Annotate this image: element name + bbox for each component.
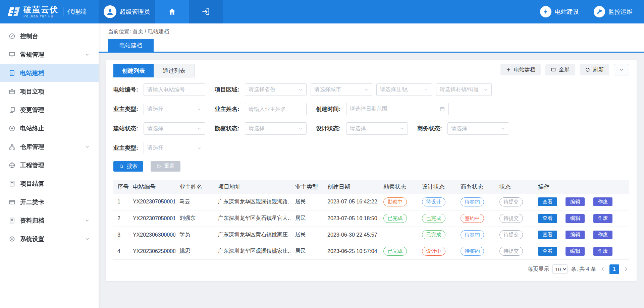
prev-page-button[interactable] [599, 266, 606, 272]
cell-actions: 查看 编辑 作废 [534, 210, 629, 227]
user-menu[interactable]: 超级管理员 [99, 0, 155, 23]
sidebar-item-warehouse-mgmt[interactable]: 仓库管理 [0, 137, 99, 156]
cell-survey-status: 已完成 [379, 243, 418, 259]
sidebar-item-change-mgmt[interactable]: 变更管理 [0, 101, 99, 119]
sidebar-item-label: 项目立项 [20, 87, 44, 96]
user-name: 超级管理员 [120, 8, 150, 16]
search-button[interactable]: 搜索 [113, 161, 143, 172]
county-select[interactable]: 请选择县/区 [376, 83, 432, 96]
sidebar-item-engineering-mgmt[interactable]: 工程管理 [0, 156, 99, 174]
edit-button[interactable]: 编辑 [566, 197, 585, 206]
cell-owner-name: 刘强东 [175, 210, 214, 227]
tab-create-list[interactable]: 创建列表 [113, 64, 154, 77]
col-owner-name: 业主姓名 [175, 180, 214, 194]
owner-name-input[interactable] [245, 103, 307, 115]
chevron-right-icon [623, 266, 629, 272]
chevron-down-icon [85, 236, 90, 242]
owner-type-2-select[interactable]: 请选择 [144, 142, 205, 154]
collapse-toolbar-button[interactable] [614, 64, 629, 75]
edit-button[interactable]: 编辑 [566, 247, 585, 256]
col-station-code: 电站编号 [129, 180, 175, 194]
table-header-row: 序号 电站编号 业主姓名 项目地址 业主类型 创建日期 勘察状态 设计状态 商务… [113, 180, 629, 194]
per-page-select[interactable]: 10 [552, 264, 568, 274]
create-time-range-picker[interactable]: 请选择日期范围 [346, 103, 449, 115]
cell-owner-name: 马云 [175, 194, 214, 210]
cell-status: 待提交 [495, 243, 534, 259]
add-station-button[interactable]: 电站建档 [500, 64, 541, 75]
void-button[interactable]: 作废 [593, 197, 612, 206]
city-select[interactable]: 请选择城市 [311, 83, 372, 96]
cell-status: 待提交 [495, 227, 534, 243]
tab-passed-list[interactable]: 通过列表 [154, 64, 195, 77]
next-page-button[interactable] [623, 266, 629, 272]
table-row: 1 YX2023070500011 马云 广东深圳龙华区观澜镇观湖路... 居民… [113, 194, 629, 210]
refresh-button[interactable]: 刷新 [580, 64, 609, 75]
sidebar-item-station-terminate[interactable]: 电站终止 [0, 119, 99, 137]
brand-divider [63, 7, 63, 16]
edit-button[interactable]: 编辑 [566, 214, 585, 223]
void-button[interactable]: 作废 [593, 247, 612, 256]
sidebar-item-console[interactable]: 控制台 [0, 27, 99, 45]
per-page-label: 每页显示 [528, 266, 549, 273]
card-icon [9, 199, 15, 205]
business-status-select[interactable]: 请选择 [447, 122, 509, 135]
survey-status-select[interactable]: 请选择 [245, 122, 307, 135]
design-status-select[interactable]: 请选择 [346, 122, 408, 135]
sidebar-item-general-mgmt[interactable]: 常规管理 [0, 45, 99, 64]
sidebar-item-type2-card[interactable]: 开二类卡 [0, 193, 99, 211]
cell-project-address: 广东深圳龙华区黄石镇姚家庄... [214, 227, 291, 243]
nav-station-build[interactable]: 电站建设 [540, 6, 579, 17]
sidebar-item-system-settings[interactable]: 系统设置 [0, 230, 99, 248]
card-head: 创建列表 通过列表 电站建档 全屏 刷新 [113, 63, 629, 77]
sidebar-item-label: 开二类卡 [20, 198, 44, 206]
design-status-badge: 已完成 [422, 230, 445, 239]
sidebar-item-project-approval[interactable]: 项目立项 [0, 82, 99, 101]
owner-type-select[interactable]: 请选择 [144, 103, 205, 115]
main-content: 当前位置: 首页 / 电站建档 电站建档 创建列表 通过列表 电站建档 全屏 [99, 23, 644, 308]
cell-actions: 查看 编辑 作废 [534, 194, 629, 210]
page-number[interactable]: 1 [609, 264, 619, 274]
nav-monitor-ops[interactable]: 监控运维 [594, 6, 633, 17]
logout-button[interactable] [189, 0, 223, 23]
reset-button[interactable]: 重置 [151, 161, 180, 172]
page-tab-station-filing[interactable]: 电站建档 [108, 39, 154, 52]
view-button[interactable]: 查看 [538, 214, 557, 223]
cell-index: 2 [113, 210, 129, 227]
build-status-select[interactable]: 请选择 [144, 122, 205, 135]
province-select[interactable]: 请选择省份 [245, 83, 307, 96]
chevron-down-icon [399, 126, 404, 131]
business-status-badge: 签约中 [461, 214, 484, 223]
home-button[interactable] [155, 0, 189, 23]
cell-owner-name: 姚思 [175, 243, 214, 259]
void-button[interactable]: 作废 [593, 214, 612, 223]
avatar [104, 5, 116, 18]
view-button[interactable]: 查看 [538, 247, 557, 256]
chevron-down-icon [197, 107, 202, 112]
cell-create-date: 2023-07-05 16:18:50 [323, 210, 379, 227]
view-button[interactable]: 查看 [538, 197, 557, 206]
cell-owner-type: 居民 [291, 227, 323, 243]
cell-survey-status: 勘察中 [379, 194, 418, 210]
cell-design-status: 已完成 [418, 210, 457, 227]
field-owner-type-2: 业主类型: 请选择 [113, 142, 215, 154]
field-business-status: 商务状态: 请选择 [417, 122, 519, 135]
cell-create-date: 2023-06-25 10:57:04 [323, 243, 379, 259]
chevron-down-icon [85, 218, 90, 223]
survey-status-label: 勘察状态: [215, 125, 245, 132]
sidebar-item-archive[interactable]: 资料归档 [0, 211, 99, 230]
view-button[interactable]: 查看 [538, 231, 557, 239]
void-button[interactable]: 作废 [593, 231, 612, 239]
field-region: 项目区域: 请选择省份 请选择城市 请选择县/区 请选择村镇/街道 [215, 83, 492, 96]
fullscreen-button[interactable]: 全屏 [545, 64, 575, 75]
fullscreen-icon [551, 67, 556, 72]
station-code-input[interactable] [144, 83, 205, 96]
breadcrumb-separator: / [145, 28, 146, 34]
breadcrumb-home[interactable]: 首页 [132, 28, 143, 34]
town-select[interactable]: 请选择村镇/街道 [436, 83, 492, 96]
build-status-label: 建站状态: [113, 125, 144, 132]
topbar: 当前位置: 首页 / 电站建档 电站建档 [99, 23, 644, 53]
cell-project-address: 广东深圳龙华区观澜镇观湖路... [214, 194, 291, 210]
sidebar-item-station-filing[interactable]: 电站建档 [0, 64, 99, 82]
edit-button[interactable]: 编辑 [566, 231, 585, 239]
sidebar-item-project-settlement[interactable]: 项目结算 [0, 174, 99, 193]
